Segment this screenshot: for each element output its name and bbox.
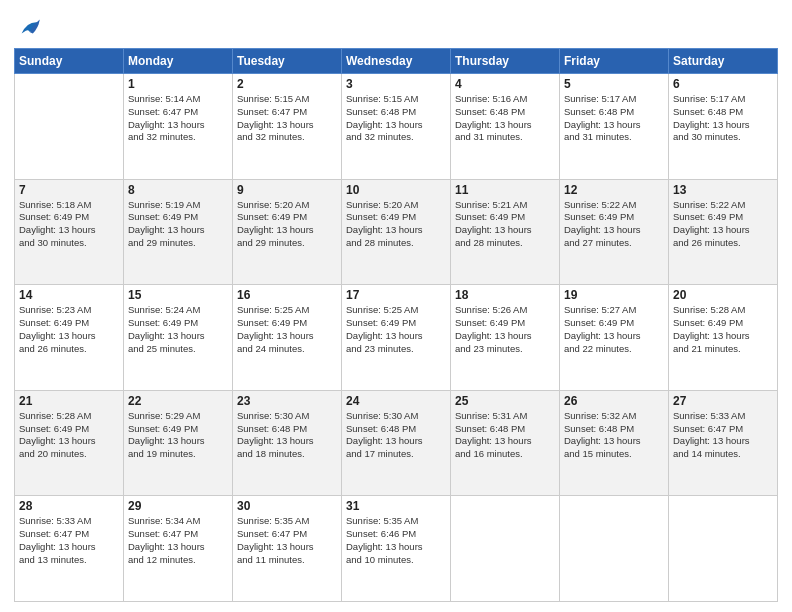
day-number: 23 bbox=[237, 394, 337, 408]
calendar-cell: 27Sunrise: 5:33 AM Sunset: 6:47 PM Dayli… bbox=[669, 390, 778, 496]
day-number: 26 bbox=[564, 394, 664, 408]
day-info: Sunrise: 5:28 AM Sunset: 6:49 PM Dayligh… bbox=[673, 304, 773, 355]
day-number: 8 bbox=[128, 183, 228, 197]
calendar-cell: 2Sunrise: 5:15 AM Sunset: 6:47 PM Daylig… bbox=[233, 74, 342, 180]
calendar-cell: 15Sunrise: 5:24 AM Sunset: 6:49 PM Dayli… bbox=[124, 285, 233, 391]
day-number: 19 bbox=[564, 288, 664, 302]
calendar-cell: 1Sunrise: 5:14 AM Sunset: 6:47 PM Daylig… bbox=[124, 74, 233, 180]
day-number: 14 bbox=[19, 288, 119, 302]
weekday-header-thursday: Thursday bbox=[451, 49, 560, 74]
calendar-cell: 16Sunrise: 5:25 AM Sunset: 6:49 PM Dayli… bbox=[233, 285, 342, 391]
day-number: 21 bbox=[19, 394, 119, 408]
day-number: 28 bbox=[19, 499, 119, 513]
day-number: 24 bbox=[346, 394, 446, 408]
day-number: 27 bbox=[673, 394, 773, 408]
calendar-cell: 6Sunrise: 5:17 AM Sunset: 6:48 PM Daylig… bbox=[669, 74, 778, 180]
day-info: Sunrise: 5:14 AM Sunset: 6:47 PM Dayligh… bbox=[128, 93, 228, 144]
day-number: 13 bbox=[673, 183, 773, 197]
calendar-cell: 23Sunrise: 5:30 AM Sunset: 6:48 PM Dayli… bbox=[233, 390, 342, 496]
calendar-cell bbox=[560, 496, 669, 602]
day-number: 31 bbox=[346, 499, 446, 513]
day-number: 17 bbox=[346, 288, 446, 302]
day-number: 18 bbox=[455, 288, 555, 302]
calendar-cell: 18Sunrise: 5:26 AM Sunset: 6:49 PM Dayli… bbox=[451, 285, 560, 391]
day-info: Sunrise: 5:33 AM Sunset: 6:47 PM Dayligh… bbox=[19, 515, 119, 566]
calendar-week-row: 7Sunrise: 5:18 AM Sunset: 6:49 PM Daylig… bbox=[15, 179, 778, 285]
day-info: Sunrise: 5:35 AM Sunset: 6:47 PM Dayligh… bbox=[237, 515, 337, 566]
day-number: 11 bbox=[455, 183, 555, 197]
calendar-cell: 14Sunrise: 5:23 AM Sunset: 6:49 PM Dayli… bbox=[15, 285, 124, 391]
day-info: Sunrise: 5:19 AM Sunset: 6:49 PM Dayligh… bbox=[128, 199, 228, 250]
day-number: 16 bbox=[237, 288, 337, 302]
day-info: Sunrise: 5:33 AM Sunset: 6:47 PM Dayligh… bbox=[673, 410, 773, 461]
calendar-cell: 9Sunrise: 5:20 AM Sunset: 6:49 PM Daylig… bbox=[233, 179, 342, 285]
calendar-week-row: 1Sunrise: 5:14 AM Sunset: 6:47 PM Daylig… bbox=[15, 74, 778, 180]
day-number: 4 bbox=[455, 77, 555, 91]
day-number: 30 bbox=[237, 499, 337, 513]
day-info: Sunrise: 5:32 AM Sunset: 6:48 PM Dayligh… bbox=[564, 410, 664, 461]
day-info: Sunrise: 5:24 AM Sunset: 6:49 PM Dayligh… bbox=[128, 304, 228, 355]
weekday-header-saturday: Saturday bbox=[669, 49, 778, 74]
calendar-cell: 28Sunrise: 5:33 AM Sunset: 6:47 PM Dayli… bbox=[15, 496, 124, 602]
calendar-cell: 20Sunrise: 5:28 AM Sunset: 6:49 PM Dayli… bbox=[669, 285, 778, 391]
day-info: Sunrise: 5:29 AM Sunset: 6:49 PM Dayligh… bbox=[128, 410, 228, 461]
day-info: Sunrise: 5:16 AM Sunset: 6:48 PM Dayligh… bbox=[455, 93, 555, 144]
weekday-header-monday: Monday bbox=[124, 49, 233, 74]
calendar-week-row: 28Sunrise: 5:33 AM Sunset: 6:47 PM Dayli… bbox=[15, 496, 778, 602]
weekday-header-wednesday: Wednesday bbox=[342, 49, 451, 74]
day-number: 22 bbox=[128, 394, 228, 408]
logo bbox=[14, 14, 44, 42]
calendar-cell: 7Sunrise: 5:18 AM Sunset: 6:49 PM Daylig… bbox=[15, 179, 124, 285]
day-number: 15 bbox=[128, 288, 228, 302]
day-info: Sunrise: 5:15 AM Sunset: 6:48 PM Dayligh… bbox=[346, 93, 446, 144]
day-number: 2 bbox=[237, 77, 337, 91]
day-number: 5 bbox=[564, 77, 664, 91]
calendar-cell: 21Sunrise: 5:28 AM Sunset: 6:49 PM Dayli… bbox=[15, 390, 124, 496]
day-info: Sunrise: 5:30 AM Sunset: 6:48 PM Dayligh… bbox=[237, 410, 337, 461]
calendar-cell: 26Sunrise: 5:32 AM Sunset: 6:48 PM Dayli… bbox=[560, 390, 669, 496]
day-info: Sunrise: 5:27 AM Sunset: 6:49 PM Dayligh… bbox=[564, 304, 664, 355]
calendar-cell: 5Sunrise: 5:17 AM Sunset: 6:48 PM Daylig… bbox=[560, 74, 669, 180]
day-info: Sunrise: 5:26 AM Sunset: 6:49 PM Dayligh… bbox=[455, 304, 555, 355]
day-info: Sunrise: 5:23 AM Sunset: 6:49 PM Dayligh… bbox=[19, 304, 119, 355]
day-info: Sunrise: 5:17 AM Sunset: 6:48 PM Dayligh… bbox=[673, 93, 773, 144]
day-number: 7 bbox=[19, 183, 119, 197]
calendar-cell: 11Sunrise: 5:21 AM Sunset: 6:49 PM Dayli… bbox=[451, 179, 560, 285]
calendar-cell bbox=[451, 496, 560, 602]
calendar-cell: 30Sunrise: 5:35 AM Sunset: 6:47 PM Dayli… bbox=[233, 496, 342, 602]
day-number: 10 bbox=[346, 183, 446, 197]
calendar-week-row: 14Sunrise: 5:23 AM Sunset: 6:49 PM Dayli… bbox=[15, 285, 778, 391]
day-number: 1 bbox=[128, 77, 228, 91]
day-info: Sunrise: 5:35 AM Sunset: 6:46 PM Dayligh… bbox=[346, 515, 446, 566]
calendar-cell: 31Sunrise: 5:35 AM Sunset: 6:46 PM Dayli… bbox=[342, 496, 451, 602]
day-info: Sunrise: 5:34 AM Sunset: 6:47 PM Dayligh… bbox=[128, 515, 228, 566]
day-number: 3 bbox=[346, 77, 446, 91]
calendar-table: SundayMondayTuesdayWednesdayThursdayFrid… bbox=[14, 48, 778, 602]
day-number: 25 bbox=[455, 394, 555, 408]
day-number: 29 bbox=[128, 499, 228, 513]
weekday-header-sunday: Sunday bbox=[15, 49, 124, 74]
calendar-cell: 3Sunrise: 5:15 AM Sunset: 6:48 PM Daylig… bbox=[342, 74, 451, 180]
calendar-week-row: 21Sunrise: 5:28 AM Sunset: 6:49 PM Dayli… bbox=[15, 390, 778, 496]
page: SundayMondayTuesdayWednesdayThursdayFrid… bbox=[0, 0, 792, 612]
bird-icon bbox=[16, 14, 44, 42]
day-info: Sunrise: 5:25 AM Sunset: 6:49 PM Dayligh… bbox=[237, 304, 337, 355]
calendar-cell: 29Sunrise: 5:34 AM Sunset: 6:47 PM Dayli… bbox=[124, 496, 233, 602]
weekday-header-tuesday: Tuesday bbox=[233, 49, 342, 74]
calendar-cell: 22Sunrise: 5:29 AM Sunset: 6:49 PM Dayli… bbox=[124, 390, 233, 496]
day-number: 9 bbox=[237, 183, 337, 197]
weekday-header-friday: Friday bbox=[560, 49, 669, 74]
calendar-cell: 24Sunrise: 5:30 AM Sunset: 6:48 PM Dayli… bbox=[342, 390, 451, 496]
calendar-cell: 10Sunrise: 5:20 AM Sunset: 6:49 PM Dayli… bbox=[342, 179, 451, 285]
day-info: Sunrise: 5:28 AM Sunset: 6:49 PM Dayligh… bbox=[19, 410, 119, 461]
day-number: 20 bbox=[673, 288, 773, 302]
day-info: Sunrise: 5:22 AM Sunset: 6:49 PM Dayligh… bbox=[673, 199, 773, 250]
calendar-cell: 19Sunrise: 5:27 AM Sunset: 6:49 PM Dayli… bbox=[560, 285, 669, 391]
calendar-cell bbox=[669, 496, 778, 602]
calendar-cell: 25Sunrise: 5:31 AM Sunset: 6:48 PM Dayli… bbox=[451, 390, 560, 496]
day-info: Sunrise: 5:31 AM Sunset: 6:48 PM Dayligh… bbox=[455, 410, 555, 461]
day-info: Sunrise: 5:20 AM Sunset: 6:49 PM Dayligh… bbox=[346, 199, 446, 250]
day-info: Sunrise: 5:18 AM Sunset: 6:49 PM Dayligh… bbox=[19, 199, 119, 250]
day-info: Sunrise: 5:20 AM Sunset: 6:49 PM Dayligh… bbox=[237, 199, 337, 250]
calendar-cell bbox=[15, 74, 124, 180]
